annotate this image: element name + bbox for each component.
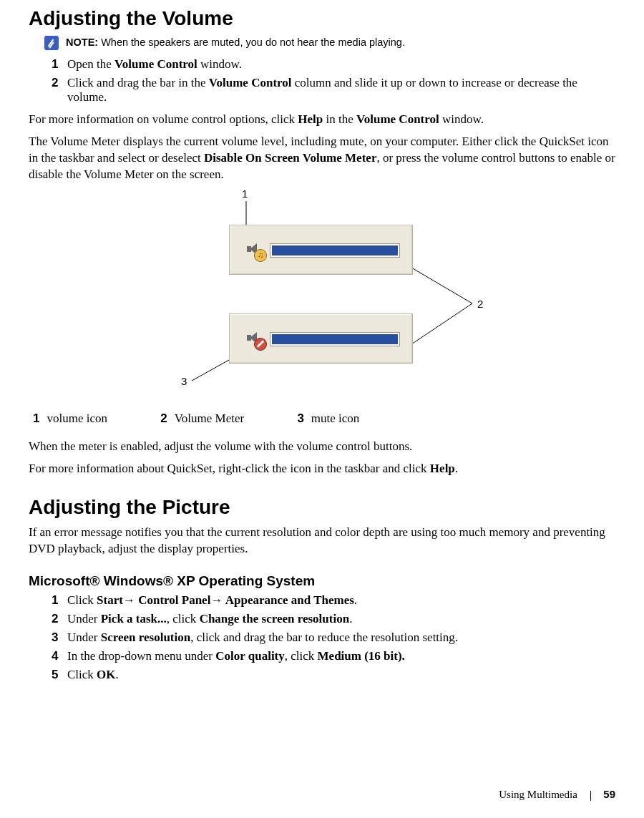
steps-picture: 1 Click Start→ Control Panel→ Appearance… — [52, 593, 615, 682]
step-number: 2 — [52, 76, 67, 104]
step-4: 4 In the drop-down menu under Color qual… — [52, 649, 615, 663]
page: Adjusting the Volume NOTE: When the spea… — [0, 0, 644, 818]
callout-3: 3 — [181, 375, 187, 387]
steps-volume: 1 Open the Volume Control window. 2 Clic… — [52, 57, 615, 104]
text: Under — [67, 630, 101, 644]
legend-number: 2 — [160, 412, 167, 425]
step-number: 1 — [52, 57, 67, 72]
music-note-icon: ♫ — [254, 249, 267, 262]
text: window. — [197, 57, 242, 71]
legend-item-2: 2Volume Meter — [160, 412, 244, 426]
text: . — [455, 462, 458, 475]
bold-text: Color quality — [215, 649, 285, 663]
text: , click and drag the bar to reduce the r… — [190, 630, 458, 644]
bold-text: Medium (16 bit). — [318, 649, 405, 663]
page-footer: Using Multimedia 59 — [499, 788, 615, 801]
step-body: Open the Volume Control window. — [67, 57, 615, 72]
bold-text: Appearance and Themes — [223, 593, 353, 607]
step-number: 3 — [52, 630, 67, 645]
volume-meter-track — [270, 243, 400, 258]
heading-adjusting-picture: Adjusting the Picture — [29, 496, 615, 519]
page-number: 59 — [603, 788, 615, 800]
legend-number: 3 — [297, 412, 303, 425]
text: . — [116, 668, 119, 681]
volume-meter-figure: 1 2 3 ♫ — [72, 190, 572, 401]
bold-text: Volume Control — [209, 76, 292, 89]
note-pencil-icon — [44, 36, 59, 50]
text: Click and drag the bar in the — [67, 76, 209, 89]
paragraph: If an error message notifies you that th… — [29, 525, 615, 557]
legend-number: 1 — [33, 412, 39, 425]
step-body: In the drop-down menu under Color qualit… — [67, 649, 615, 663]
volume-icon: ♫ — [245, 239, 267, 261]
step-number: 4 — [52, 649, 67, 663]
text: , click — [285, 649, 318, 663]
volume-meter-box-muted — [229, 313, 413, 364]
paragraph: When the meter is enabled, adjust the vo… — [29, 439, 615, 455]
step-number: 5 — [52, 668, 67, 682]
arrow-icon: → — [210, 593, 223, 607]
step-2: 2 Under Pick a task..., click Change the… — [52, 612, 615, 626]
step-body: Click Start→ Control Panel→ Appearance a… — [67, 593, 615, 608]
step-number: 1 — [52, 593, 67, 608]
note-prefix: NOTE: — [66, 36, 98, 48]
legend-text: volume icon — [47, 412, 107, 425]
heading-adjusting-volume: Adjusting the Volume — [29, 7, 615, 30]
paragraph: For more information on volume control o… — [29, 112, 615, 128]
callout-lines — [72, 190, 572, 401]
step-body: Under Pick a task..., click Change the s… — [67, 612, 615, 626]
volume-icon-muted — [245, 328, 267, 349]
svg-line-2 — [411, 303, 472, 344]
text: Click — [67, 593, 97, 607]
step-2: 2 Click and drag the bar in the Volume C… — [52, 76, 615, 104]
bold-text: OK — [97, 668, 115, 681]
note-text: When the speakers are muted, you do not … — [98, 36, 405, 48]
footer-section: Using Multimedia — [499, 789, 577, 800]
step-5: 5 Click OK. — [52, 668, 615, 682]
step-3: 3 Under Screen resolution, click and dra… — [52, 630, 615, 645]
bold-text: Screen resolution — [101, 630, 190, 644]
step-body: Click and drag the bar in the Volume Con… — [67, 76, 615, 104]
text: For more information about QuickSet, rig… — [29, 462, 430, 475]
volume-meter-box-playing: ♫ — [229, 225, 413, 275]
step-body: Click OK. — [67, 668, 615, 682]
bold-text: Start — [97, 593, 123, 607]
mute-icon — [254, 338, 267, 351]
text: In the drop-down menu under — [67, 649, 215, 663]
bold-text: Change the screen resolution — [200, 612, 350, 625]
bold-text: Pick a task... — [101, 612, 167, 625]
bold-text: Disable On Screen Volume Meter — [204, 151, 376, 165]
step-1: 1 Open the Volume Control window. — [52, 57, 615, 72]
legend-text: Volume Meter — [175, 412, 244, 425]
text: For more information on volume control o… — [29, 112, 298, 126]
note-row: NOTE: When the speakers are muted, you d… — [44, 36, 615, 50]
bold-text: Volume Control — [356, 112, 439, 126]
legend-text: mute icon — [311, 412, 360, 425]
svg-line-1 — [411, 268, 472, 303]
text: . — [354, 593, 357, 607]
text: in the — [323, 112, 356, 126]
paragraph: For more information about QuickSet, rig… — [29, 461, 615, 477]
callout-2: 2 — [477, 298, 483, 310]
paragraph: The Volume Meter displays the current vo… — [29, 134, 615, 183]
step-number: 2 — [52, 612, 67, 626]
step-1: 1 Click Start→ Control Panel→ Appearance… — [52, 593, 615, 608]
callout-1: 1 — [242, 188, 248, 200]
figure-legend: 1volume icon 2Volume Meter 3mute icon — [33, 412, 615, 426]
volume-meter-fill — [272, 334, 398, 344]
text: . — [349, 612, 352, 625]
volume-meter-track — [270, 332, 400, 346]
volume-meter-fill — [272, 245, 398, 255]
legend-item-3: 3mute icon — [297, 412, 359, 426]
text: , click — [167, 612, 200, 625]
note-icon-wrap — [44, 36, 59, 50]
bold-text: Volume Control — [114, 57, 197, 71]
text: Open the — [67, 57, 114, 71]
footer-separator — [590, 791, 591, 801]
legend-item-1: 1volume icon — [33, 412, 107, 426]
bold-text: Control Panel — [135, 593, 210, 607]
text: Under — [67, 612, 101, 625]
bold-text: Help — [430, 462, 455, 475]
step-body: Under Screen resolution, click and drag … — [67, 630, 615, 645]
text: Click — [67, 668, 97, 681]
